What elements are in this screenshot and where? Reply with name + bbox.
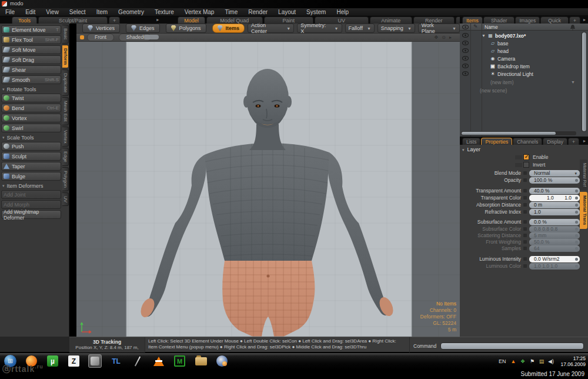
channel-mini-button[interactable] — [523, 178, 527, 182]
brush-app-launcher[interactable] — [131, 354, 144, 368]
vtab-mesh-edit[interactable]: Mesh Edit — [62, 97, 69, 125]
vlc-tray-icon[interactable]: ▲ — [510, 358, 516, 365]
m-app-launcher[interactable]: M — [173, 354, 186, 368]
menu-time[interactable]: Time — [219, 9, 243, 15]
item-row-backdrop[interactable]: ▣ Backdrop Item — [460, 62, 580, 70]
disclosure-triangle-icon[interactable]: ▼ — [482, 34, 486, 38]
invert-checkbox[interactable] — [523, 162, 529, 168]
tab-sculpt-paint[interactable]: Sculpt/Paint — [38, 16, 108, 24]
vtab-duplicate[interactable]: Duplicate — [62, 69, 69, 96]
enable-checkbox[interactable] — [523, 154, 529, 160]
tool-flex[interactable]: Flex ToolShift-F — [1, 35, 61, 44]
subsurface-color-field[interactable]: 0.8 0.8 0.8 — [529, 226, 580, 232]
zbrush-launcher[interactable]: Z — [67, 354, 81, 368]
media-app-launcher[interactable] — [215, 354, 229, 368]
channel-mini-button[interactable] — [515, 155, 522, 159]
vtab-uv[interactable]: UV — [62, 192, 69, 206]
tab-animate[interactable]: Animate — [370, 16, 412, 24]
eye-icon[interactable] — [462, 41, 469, 45]
tool-soft-move[interactable]: Soft Move — [1, 45, 61, 54]
item-list-horizontal-scrollbar[interactable] — [461, 131, 576, 135]
menu-vertexmap[interactable]: Vertex Map — [179, 9, 220, 15]
tool-soft-drag[interactable]: Soft Drag — [1, 55, 61, 64]
tool-smooth[interactable]: SmoothShift-S — [1, 75, 61, 84]
edges-mode-button[interactable]: Edges — [126, 24, 160, 33]
symmetry-dropdown[interactable]: Symmetry: X▼ — [297, 24, 342, 33]
vtab-deform[interactable]: Deform — [62, 45, 69, 68]
command-input[interactable] — [440, 343, 584, 350]
menu-help[interactable]: Help — [331, 9, 354, 15]
falloff-dropdown[interactable]: Falloff▼ — [345, 24, 375, 33]
network-tray-icon[interactable]: ▤ — [538, 358, 544, 365]
blend-mode-dropdown[interactable]: Normal — [529, 170, 580, 177]
zoom-icon[interactable]: ⊙ — [442, 35, 446, 40]
tab-add-left[interactable]: + — [109, 16, 120, 24]
new-scene-row[interactable]: (new scene) — [460, 87, 580, 94]
action-center-dropdown[interactable]: Action Center▼ — [248, 24, 294, 33]
tool-bend[interactable]: BendCtrl-E — [1, 104, 61, 112]
refractive-index-field[interactable]: 1.0 — [529, 209, 580, 215]
scattering-distance-field[interactable]: 5 mm — [529, 232, 580, 239]
channel-mini-button[interactable] — [523, 210, 527, 214]
menu-item[interactable]: Item — [91, 9, 113, 15]
shading-mode-dropdown[interactable]: Shaded — [119, 34, 151, 41]
taskbar-clock[interactable]: 17:25 17.06.2009 — [560, 355, 586, 367]
item-row-mesh[interactable]: ▱ head — [460, 47, 580, 55]
eye-icon[interactable] — [462, 33, 469, 38]
name-column-header[interactable]: Name — [485, 24, 498, 30]
channel-mini-button[interactable] — [523, 189, 527, 192]
eye-icon[interactable] — [462, 48, 469, 53]
tab-channels[interactable]: Channels — [513, 138, 542, 145]
menu-view[interactable]: View — [41, 9, 64, 15]
channel-mini-button[interactable] — [523, 227, 527, 231]
modo-taskbar-button[interactable] — [88, 354, 102, 368]
eye-icon[interactable] — [462, 71, 469, 76]
transparent-amount-field[interactable]: 40.0 % — [529, 188, 580, 194]
tab-overflow-arrow-icon[interactable]: ▸ — [581, 138, 588, 145]
channel-mini-button[interactable] — [523, 234, 527, 237]
3d-viewport[interactable]: Front Shaded ✥ ⊙ ▸ — [76, 34, 460, 337]
tab-shader-tree[interactable]: Shader Tree — [483, 16, 515, 24]
front-weighting-field[interactable]: 50.0 % — [529, 239, 580, 245]
files-launcher[interactable] — [194, 354, 208, 368]
transparent-color-field[interactable]: 1.0 1.0 1.0 — [529, 195, 580, 201]
tab-lists[interactable]: Lists — [462, 138, 480, 145]
tool-taper[interactable]: Taper — [1, 162, 61, 171]
material-trans-tab[interactable]: Material Trans — [580, 192, 587, 228]
tab-images[interactable]: Images — [515, 16, 540, 24]
channel-mini-button[interactable] — [523, 257, 527, 261]
tool-shear[interactable]: Shear — [1, 65, 61, 74]
menu-edit[interactable]: Edit — [20, 9, 41, 15]
tool-push[interactable]: Push — [1, 142, 61, 151]
item-deformers-header[interactable]: ▾Item Deformers — [1, 182, 61, 190]
tab-scroll-arrow-icon[interactable]: ▸ — [154, 16, 161, 24]
item-row-scene[interactable]: ▼ ▦ body007.lxo* — [460, 32, 580, 39]
luminous-intensity-field[interactable]: 0.0 W/srm2 — [529, 256, 580, 262]
menu-geometry[interactable]: Geometry — [113, 9, 149, 15]
volume-tray-icon[interactable]: ◀) — [547, 358, 554, 365]
channel-mini-button[interactable] — [523, 196, 527, 200]
vtab-polygon[interactable]: Polygon — [62, 167, 69, 191]
rotate-tools-header[interactable]: ▾Rotate Tools — [1, 85, 61, 93]
item-row-camera[interactable]: ◉ Camera — [460, 55, 580, 62]
viewport-options-icon[interactable] — [80, 35, 84, 39]
tool-twist[interactable]: Twist — [1, 94, 61, 102]
tool-vortex[interactable]: Vortex — [1, 114, 61, 122]
vtab-vertex[interactable]: Vertex — [62, 127, 69, 147]
tool-sculpt[interactable]: Sculpt — [1, 152, 61, 161]
tool-swirl[interactable]: Swirl — [1, 124, 61, 132]
view-mode-dropdown[interactable]: Front — [87, 34, 114, 41]
language-indicator[interactable]: EN — [499, 358, 506, 364]
opacity-field[interactable]: 100.0 % — [529, 177, 580, 184]
menu-system[interactable]: System — [301, 9, 331, 15]
item-row-mesh[interactable]: ▱ base — [460, 39, 580, 47]
menu-layout[interactable]: Layout — [273, 9, 301, 15]
samples-field[interactable]: 64 — [529, 245, 580, 252]
tab-model[interactable]: Model — [178, 16, 205, 24]
vertices-mode-button[interactable]: Vertices — [82, 24, 120, 33]
new-item-dropdown-icon[interactable]: ▼ — [571, 80, 575, 84]
channel-mini-button[interactable] — [523, 171, 527, 175]
vtab-edge[interactable]: Edge — [62, 148, 69, 166]
channel-mini-button[interactable] — [523, 220, 527, 224]
pan-icon[interactable]: ✥ — [435, 35, 439, 40]
